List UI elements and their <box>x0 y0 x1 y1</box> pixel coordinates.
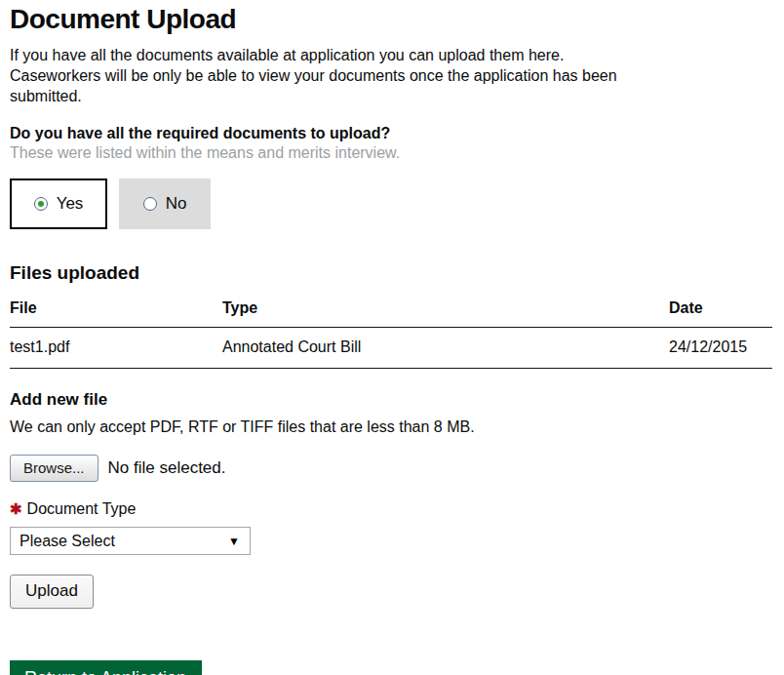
files-uploaded-heading: Files uploaded <box>10 262 772 284</box>
cell-file-type: Annotated Court Bill <box>222 328 669 369</box>
files-uploaded-table: File Type Date test1.pdf Annotated Court… <box>10 296 772 369</box>
intro-text: If you have all the documents available … <box>10 45 772 106</box>
document-upload-page: Document Upload If you have all the docu… <box>0 0 784 675</box>
no-file-selected-text: No file selected. <box>108 458 226 478</box>
option-no-label: No <box>166 194 187 214</box>
upload-button[interactable]: Upload <box>10 575 94 609</box>
document-type-label-text: Document Type <box>27 500 137 517</box>
dropdown-arrow-icon: ▼ <box>228 536 240 547</box>
cell-file-name: test1.pdf <box>10 328 222 369</box>
return-to-application-button[interactable]: Return to Application <box>10 660 202 675</box>
required-asterisk-icon: ✱ <box>10 500 22 517</box>
add-new-file-heading: Add new file <box>10 390 772 410</box>
page-title: Document Upload <box>10 4 772 35</box>
table-row: test1.pdf Annotated Court Bill 24/12/201… <box>10 328 772 369</box>
radio-unselected-icon <box>143 197 157 211</box>
option-no[interactable]: No <box>119 179 211 229</box>
question-label: Do you have all the required documents t… <box>10 125 772 142</box>
option-yes[interactable]: Yes <box>10 179 107 229</box>
browse-button[interactable]: Browse... <box>10 455 98 482</box>
required-documents-question: Do you have all the required documents t… <box>10 125 772 229</box>
option-yes-label: Yes <box>57 194 84 214</box>
file-format-note: We can only accept PDF, RTF or TIFF file… <box>10 418 772 436</box>
column-header-date: Date <box>669 296 772 328</box>
column-header-type: Type <box>222 296 669 328</box>
radio-selected-icon <box>34 197 48 211</box>
document-type-select[interactable]: Please Select ▼ <box>10 527 251 555</box>
question-hint: These were listed within the means and m… <box>10 144 772 162</box>
table-header-row: File Type Date <box>10 296 772 328</box>
column-header-file: File <box>10 296 222 328</box>
yes-no-options: Yes No <box>10 179 772 229</box>
document-type-label: ✱Document Type <box>10 500 772 518</box>
select-selected-value: Please Select <box>20 533 115 550</box>
file-input: Browse... No file selected. <box>10 455 772 482</box>
cell-file-date: 24/12/2015 <box>669 328 772 369</box>
